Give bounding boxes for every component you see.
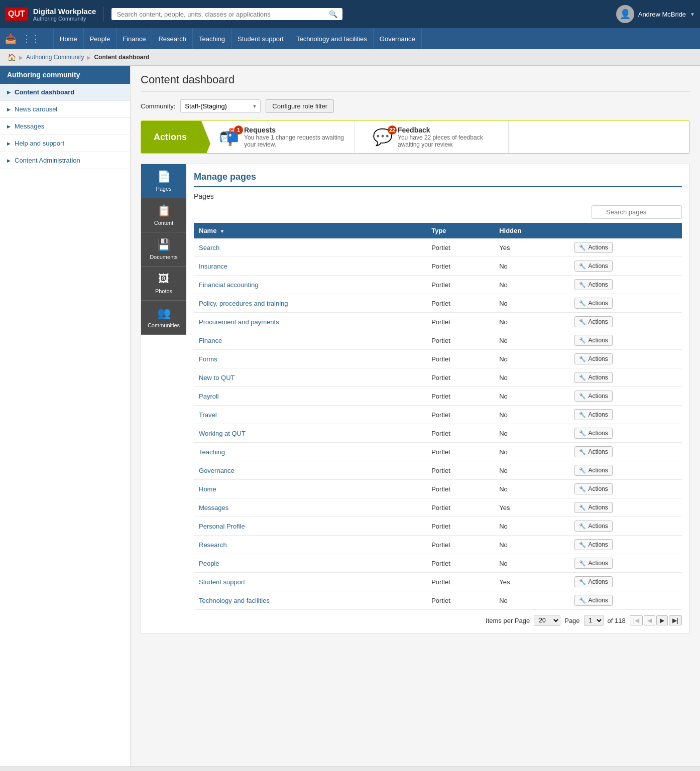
- page-name-link[interactable]: Student support: [199, 578, 245, 586]
- page-name-link[interactable]: Messages: [199, 504, 228, 511]
- page-name-link[interactable]: Technology and facilities: [199, 597, 270, 604]
- tab-photos[interactable]: 🖼 Photos: [141, 267, 186, 301]
- community-select-wrapper[interactable]: Staff-(Staging) Staff Students: [180, 99, 261, 113]
- page-name-link[interactable]: Finance: [199, 337, 222, 344]
- breadcrumb-authoring[interactable]: Authoring Community: [26, 54, 84, 61]
- first-page-button[interactable]: |◀: [630, 615, 643, 625]
- nav-governance[interactable]: Governance: [374, 28, 422, 49]
- page-name-link[interactable]: Policy, procedures and training: [199, 300, 288, 307]
- prev-page-button[interactable]: ◀: [644, 615, 655, 625]
- nav-home[interactable]: Home: [53, 28, 84, 49]
- actions-button[interactable]: 🔧 Actions: [574, 242, 612, 253]
- tab-content[interactable]: 📋 Content: [141, 198, 186, 232]
- page-name-link[interactable]: Insurance: [199, 263, 227, 270]
- actions-button[interactable]: 🔧 Actions: [574, 409, 612, 420]
- page-type: Portlet: [426, 480, 494, 498]
- sidebar-link-news-carousel[interactable]: ▶ News carousel: [0, 101, 130, 117]
- wrench-icon: 🔧: [579, 449, 586, 455]
- sidebar-item-content-dashboard[interactable]: ▶ Content dashboard: [0, 84, 130, 101]
- page-name-link[interactable]: Procurement and payments: [199, 318, 279, 326]
- search-input[interactable]: [116, 11, 326, 18]
- page-name-link[interactable]: Personal Profile: [199, 523, 245, 530]
- page-name-link[interactable]: Search: [199, 244, 219, 251]
- page-name-link[interactable]: Working at QUT: [199, 430, 246, 437]
- col-actions: [569, 223, 682, 238]
- community-select[interactable]: Staff-(Staging) Staff Students: [180, 99, 261, 113]
- sidebar-item-messages[interactable]: ▶ Messages: [0, 118, 130, 135]
- configure-role-filter-button[interactable]: Configure role filter: [266, 99, 334, 113]
- actions-button[interactable]: 🔧 Actions: [574, 316, 612, 327]
- page-name-link[interactable]: Research: [199, 541, 227, 549]
- sidebar-item-help[interactable]: ▶ Help and support: [0, 135, 130, 152]
- breadcrumb-sep-2: ▶: [87, 55, 91, 60]
- inbox-icon[interactable]: 📥: [5, 33, 16, 44]
- table-search-wrap[interactable]: [592, 205, 682, 219]
- sidebar-link-help[interactable]: ▶ Help and support: [0, 135, 130, 152]
- actions-button[interactable]: 🔧 Actions: [574, 279, 612, 290]
- nav-technology[interactable]: Technology and facilities: [290, 28, 374, 49]
- nav-people[interactable]: People: [84, 28, 116, 49]
- wrench-icon: 🔧: [579, 374, 586, 381]
- items-per-page-select[interactable]: 20 50 100: [534, 615, 560, 626]
- page-name-link[interactable]: Payroll: [199, 393, 219, 400]
- table-row: Messages Portlet Yes 🔧 Actions: [194, 498, 682, 517]
- tab-documents[interactable]: 💾 Documents: [141, 232, 186, 267]
- next-page-button[interactable]: ▶: [656, 615, 668, 625]
- nav-teaching[interactable]: Teaching: [193, 28, 231, 49]
- actions-button[interactable]: 🔧 Actions: [574, 428, 612, 439]
- nav-research[interactable]: Research: [152, 28, 193, 49]
- page-hidden: No: [494, 368, 569, 387]
- actions-button[interactable]: 🔧 Actions: [574, 521, 612, 532]
- sidebar-link-content-admin[interactable]: ▶ Content Administration: [0, 152, 130, 169]
- actions-button[interactable]: 🔧 Actions: [574, 353, 612, 364]
- sidebar-item-content-admin[interactable]: ▶ Content Administration: [0, 152, 130, 169]
- actions-button[interactable]: 🔧 Actions: [574, 595, 612, 606]
- actions-button[interactable]: 🔧 Actions: [574, 391, 612, 402]
- breadcrumb: 🏠 ▶ Authoring Community ▶ Content dashbo…: [0, 49, 700, 66]
- table-row: Student support Portlet Yes 🔧 Actions: [194, 573, 682, 591]
- sidebar-link-content-dashboard[interactable]: ▶ Content dashboard: [0, 84, 130, 100]
- feedback-title: Feedback: [398, 126, 498, 134]
- page-name-link[interactable]: Financial accounting: [199, 281, 259, 289]
- last-page-button[interactable]: ▶|: [669, 615, 682, 625]
- global-search[interactable]: 🔍: [111, 8, 342, 20]
- wrench-icon: 🔧: [579, 542, 586, 548]
- feedback-action[interactable]: 💬 22 Feedback You have 22 pieces of feed…: [355, 121, 509, 153]
- page-name-link[interactable]: Governance: [199, 467, 235, 474]
- actions-button[interactable]: 🔧 Actions: [574, 558, 612, 569]
- actions-button[interactable]: 🔧 Actions: [574, 261, 612, 272]
- requests-action[interactable]: 📬 1 Requests You have 1 change requests …: [201, 121, 355, 153]
- page-name-link[interactable]: Forms: [199, 355, 217, 363]
- actions-button[interactable]: 🔧 Actions: [574, 465, 612, 476]
- actions-button[interactable]: 🔧 Actions: [574, 372, 612, 383]
- page-select[interactable]: 1: [584, 615, 604, 626]
- tab-communities[interactable]: 👥 Communities: [141, 301, 186, 335]
- page-name-link[interactable]: New to QUT: [199, 374, 235, 381]
- nav-finance[interactable]: Finance: [116, 28, 152, 49]
- sidebar-item-news-carousel[interactable]: ▶ News carousel: [0, 101, 130, 118]
- page-name-link[interactable]: People: [199, 560, 219, 567]
- home-icon[interactable]: 🏠: [8, 53, 16, 61]
- actions-button[interactable]: 🔧 Actions: [574, 502, 612, 513]
- page-name-link[interactable]: Home: [199, 485, 216, 493]
- col-name[interactable]: Name ▼: [194, 223, 426, 238]
- apps-icon[interactable]: ⋮⋮: [22, 33, 40, 44]
- page-name-link[interactable]: Teaching: [199, 448, 225, 456]
- page-hidden: No: [494, 461, 569, 480]
- page-name-link[interactable]: Travel: [199, 411, 217, 419]
- wrench-icon: 🔧: [579, 244, 586, 251]
- user-dropdown-arrow: ▼: [690, 12, 695, 17]
- actions-button[interactable]: 🔧 Actions: [574, 446, 612, 457]
- tab-pages[interactable]: 📄 Pages: [141, 164, 186, 198]
- sidebar-link-messages[interactable]: ▶ Messages: [0, 118, 130, 135]
- actions-button[interactable]: 🔧 Actions: [574, 576, 612, 587]
- actions-button[interactable]: 🔧 Actions: [574, 483, 612, 494]
- page-type: Portlet: [426, 591, 494, 610]
- actions-button[interactable]: 🔧 Actions: [574, 335, 612, 346]
- pages-search-input[interactable]: [592, 205, 682, 219]
- actions-button[interactable]: 🔧 Actions: [574, 298, 612, 309]
- actions-button[interactable]: 🔧 Actions: [574, 539, 612, 550]
- nav-student-support[interactable]: Student support: [231, 28, 290, 49]
- community-label: Community:: [141, 102, 175, 110]
- user-menu[interactable]: 👤 Andrew McBride ▼: [616, 5, 695, 23]
